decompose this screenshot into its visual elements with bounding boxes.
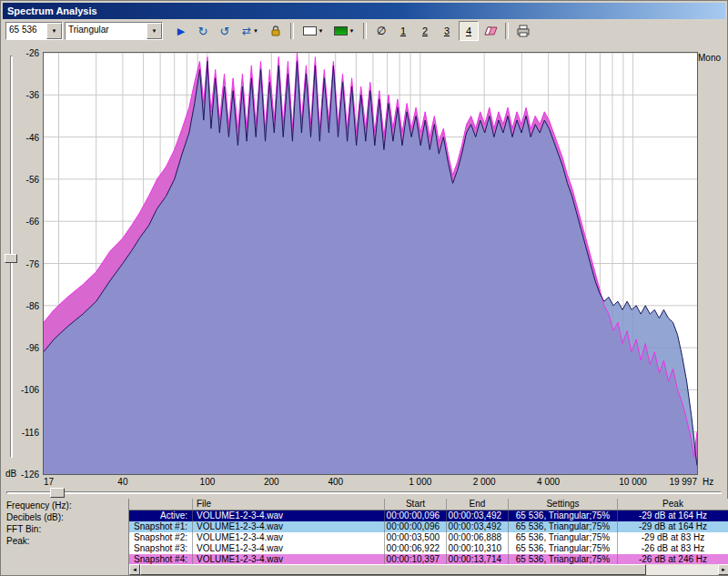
color-swatch-icon [334, 26, 348, 35]
readout-label: FFT Bin: [6, 523, 126, 535]
scroll-left-icon: ◄ [132, 567, 137, 572]
table-cell: 00:00:00,096 [385, 510, 447, 521]
refresh-button[interactable]: ↻ [193, 21, 213, 41]
table-cell: Snapshot #2: [129, 532, 193, 543]
cursor-readout-labels: Frequency (Hz):Decibels (dB):FFT Bin:Pea… [6, 500, 126, 547]
table-cell: VOLUME1-2-3-4.wav [193, 510, 385, 521]
snapshot-2-label: 2 [422, 25, 428, 36]
table-cell: VOLUME1-2-3-4.wav [193, 532, 385, 543]
play-icon: ▶ [177, 25, 185, 37]
x-axis-labels: 17401002004001 0002 0004 00010 00019 997 [3, 477, 725, 488]
col-header-row-label [129, 499, 193, 510]
channel-label: Mono [698, 53, 721, 63]
scroll-right-button[interactable]: ► [718, 564, 728, 575]
snapshot-table: File Start End Settings Peak Active:VOLU… [128, 499, 728, 575]
chevron-down-icon: ▼ [52, 28, 57, 34]
snapshot-4-button[interactable]: 4 [459, 21, 479, 41]
snapshot-rows: Active:VOLUME1-2-3-4.wav00:00:00,09600:0… [129, 510, 728, 565]
readout-label: Frequency (Hz): [6, 500, 126, 511]
scrollbar-thumb[interactable] [140, 564, 646, 575]
table-cell: 65 536, Triangular;75% [509, 532, 618, 543]
table-cell: 00:00:06,888 [447, 532, 509, 543]
table-cell: 00:00:03,492 [447, 521, 509, 532]
table-scrollbar[interactable]: ◄ ► [129, 564, 728, 575]
table-cell: -29 dB at 164 Hz [618, 510, 728, 521]
x-tick-label: 200 [264, 477, 279, 487]
graph-color-button[interactable]: ▼ [329, 21, 359, 41]
lock-icon [269, 25, 282, 37]
titlebar[interactable]: Spectrum Analysis [3, 3, 725, 19]
eraser-icon [483, 25, 498, 36]
table-row[interactable]: Snapshot #1:VOLUME1-2-3-4.wav00:00:00,09… [129, 521, 728, 532]
erase-snapshot-button[interactable] [480, 21, 500, 41]
fft-size-dropdown-button[interactable]: ▼ [46, 23, 62, 39]
table-cell: VOLUME1-2-3-4.wav [193, 543, 385, 554]
x-tick-label: 2 000 [473, 477, 496, 487]
vertical-slider-thumb[interactable] [5, 254, 17, 263]
graph-type-button[interactable]: ▼ [298, 21, 328, 41]
printer-icon [516, 25, 531, 37]
x-tick-label: 19 997 [669, 477, 697, 487]
table-cell: 00:00:03,500 [385, 532, 447, 543]
spectrum-plot[interactable] [43, 52, 698, 475]
x-tick-label: 40 [117, 477, 127, 487]
update-mode-button[interactable]: ⇄ ▼ [237, 21, 264, 41]
swap-arrows-icon: ⇄ [242, 25, 251, 37]
chart-panel: -26-36-46-56-66-76-86-96-106-116-126 dB … [3, 43, 725, 488]
chevron-down-icon: ▼ [253, 28, 258, 34]
table-cell: -26 dB at 83 Hz [618, 543, 728, 554]
table-cell: 00:00:06,922 [385, 543, 447, 554]
chevron-down-icon: ▼ [318, 28, 324, 34]
refresh-ccw-icon: ↺ [220, 25, 230, 37]
monitor-button[interactable]: ▶ [171, 21, 191, 41]
col-header-file: File [193, 499, 385, 510]
table-header-row: File Start End Settings Peak [129, 499, 728, 510]
horizontal-slider-track [6, 491, 722, 494]
col-header-settings: Settings [509, 499, 618, 510]
table-cell: Snapshot #1: [129, 521, 193, 532]
smoothing-window-combo[interactable]: Triangular ▼ [65, 22, 163, 40]
lock-settings-button[interactable] [266, 21, 286, 41]
vertical-zoom-slider[interactable] [4, 48, 19, 478]
scroll-right-icon: ► [721, 567, 726, 572]
col-header-peak: Peak [618, 499, 728, 510]
snapshot-1-button[interactable]: 1 [393, 21, 413, 41]
toolbar: 65 536 ▼ Triangular ▼ ▶ ↻ ↺ ⇄ ▼ [3, 19, 725, 43]
table-cell: 65 536, Triangular;75% [509, 521, 618, 532]
smoothing-window-dropdown-button[interactable]: ▼ [147, 23, 162, 39]
table-cell: 65 536, Triangular;75% [509, 510, 618, 521]
window-title: Spectrum Analysis [7, 5, 97, 16]
table-cell: Snapshot #3: [129, 543, 193, 554]
horizontal-zoom-slider[interactable] [3, 488, 725, 499]
chevron-down-icon: ▼ [152, 28, 157, 34]
table-cell: -29 dB at 83 Hz [618, 532, 728, 543]
snapshot-3-button[interactable]: 3 [437, 21, 457, 41]
x-tick-label: 100 [200, 477, 216, 487]
table-row[interactable]: Snapshot #3:VOLUME1-2-3-4.wav00:00:06,92… [129, 543, 728, 554]
fft-size-combo[interactable]: 65 536 ▼ [5, 22, 63, 40]
table-row[interactable]: Active:VOLUME1-2-3-4.wav00:00:00,09600:0… [129, 510, 728, 521]
scroll-left-button[interactable]: ◄ [129, 564, 140, 575]
chevron-down-icon: ▼ [349, 28, 355, 34]
table-cell: VOLUME1-2-3-4.wav [193, 521, 385, 532]
spectrum-analysis-window: Spectrum Analysis 65 536 ▼ Triangular ▼ … [0, 0, 728, 576]
x-tick-label: 1 000 [409, 477, 431, 487]
spectrum-chart [44, 53, 697, 474]
refresh-cw-icon: ↻ [198, 25, 208, 37]
x-tick-label: 4 000 [537, 477, 560, 487]
snapshot-2-button[interactable]: 2 [415, 21, 435, 41]
smoothing-window-value: Triangular [66, 23, 147, 39]
table-row[interactable]: Snapshot #2:VOLUME1-2-3-4.wav00:00:03,50… [129, 532, 728, 543]
toolbar-separator [290, 23, 294, 39]
no-snapshot-icon: ∅ [377, 25, 386, 37]
auto-refresh-button[interactable]: ↺ [215, 21, 235, 41]
fft-size-value: 65 536 [6, 23, 46, 39]
clear-snapshot-button[interactable]: ∅ [371, 21, 391, 41]
table-cell: Active: [129, 510, 193, 521]
col-header-start: Start [385, 499, 447, 510]
snapshot-1-label: 1 [400, 25, 406, 36]
toolbar-separator [363, 23, 367, 39]
table-cell: -29 dB at 164 Hz [618, 521, 728, 532]
print-button[interactable] [513, 21, 533, 41]
horizontal-slider-thumb[interactable] [50, 488, 65, 498]
